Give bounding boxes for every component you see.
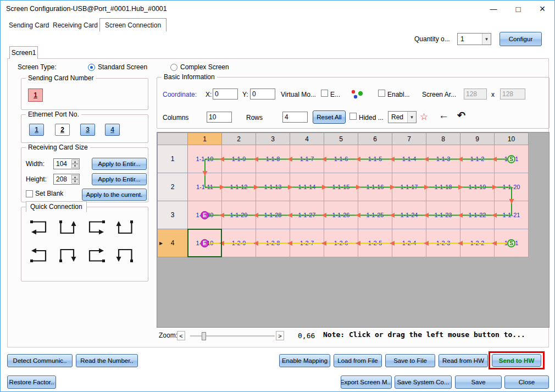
grid-cell[interactable]: 1-2-4	[392, 229, 426, 257]
chevron-down-icon[interactable]: ▾	[407, 112, 416, 123]
close-button[interactable]: Close	[504, 376, 549, 389]
grid-cell[interactable]: 1-1-14	[290, 173, 324, 201]
grid-cell[interactable]: 1-1-27	[290, 201, 324, 229]
column-header[interactable]: 2	[222, 133, 256, 145]
ethernet-port-1-button[interactable]: 1	[29, 124, 44, 136]
grid-cell[interactable]: 1-1-10	[188, 145, 222, 173]
quick-connection-tab[interactable]: Quick Connection	[26, 201, 87, 212]
restore-factory-button[interactable]: Restore Factor..	[7, 376, 56, 389]
column-header[interactable]: 1	[188, 133, 222, 145]
y-input[interactable]	[250, 89, 275, 100]
column-header[interactable]: 4	[290, 133, 324, 145]
tab-receiving-card[interactable]: Receiving Card	[48, 19, 103, 31]
quick-connection-pattern-3-icon[interactable]	[85, 218, 107, 236]
save-to-file-button[interactable]: Save to File	[385, 354, 435, 367]
export-screen-button[interactable]: Export Screen M...	[341, 376, 392, 389]
grid-cell[interactable]: 1-1-2	[460, 145, 495, 173]
grid-cell[interactable]: 1-1-21	[495, 201, 529, 229]
read-from-hw-button[interactable]: Read from HW	[439, 354, 488, 367]
column-header[interactable]: 7	[392, 133, 426, 145]
rows-input[interactable]	[282, 112, 308, 123]
minimize-button[interactable]: —	[481, 1, 506, 17]
grid-cell[interactable]: 1-1-16	[358, 173, 392, 201]
send-to-hw-button[interactable]: Send to HW	[492, 354, 541, 367]
favorite-star-icon[interactable]: ☆	[420, 111, 428, 123]
close-window-button[interactable]: ×	[530, 1, 554, 17]
grid-cell[interactable]: 1-1-19	[460, 173, 495, 201]
configure-button[interactable]: Configur	[500, 32, 542, 46]
row-header[interactable]: 2	[158, 173, 188, 201]
reset-all-button[interactable]: Reset All	[313, 111, 346, 124]
grid-cell[interactable]: 1-1-3	[426, 145, 460, 173]
spin-down-icon[interactable]: ▼	[71, 164, 79, 168]
quick-connection-pattern-4-icon[interactable]	[114, 218, 136, 236]
sending-card-1-button[interactable]: 1	[28, 89, 43, 102]
grid-cell[interactable]: 1-1-6	[324, 145, 358, 173]
grid-cell[interactable]: 1-1-15	[324, 173, 358, 201]
column-header[interactable]: 3	[256, 133, 290, 145]
quick-connection-pattern-5-icon[interactable]	[28, 247, 50, 264]
x-input[interactable]	[213, 89, 238, 100]
column-header[interactable]: 6	[358, 133, 392, 145]
ethernet-port-2-button[interactable]: 2	[55, 124, 70, 136]
column-header[interactable]: 5	[324, 133, 358, 145]
grid-cell[interactable]: 1-1-29	[222, 201, 256, 229]
grid-cell[interactable]: 1-1-11	[188, 173, 222, 201]
grid-cell[interactable]: 1-1-20	[495, 173, 529, 201]
width-stepper[interactable]: 104 ▲▼	[53, 158, 80, 169]
quick-connection-pattern-1-icon[interactable]	[28, 218, 50, 236]
title-bar[interactable]: Screen Configuration-USB@Port_#0001.Hub_…	[1, 1, 554, 17]
grid-cell[interactable]: 1-1-8	[256, 145, 290, 173]
tab-screen1[interactable]: Screen1	[9, 46, 38, 59]
row-header[interactable]: ▶4	[158, 229, 188, 257]
row-header[interactable]: 3	[158, 201, 188, 229]
grid-cell[interactable]: 1-1-22	[460, 201, 495, 229]
columns-input[interactable]	[207, 112, 232, 123]
zoom-slider-thumb[interactable]	[202, 332, 206, 340]
enable-mapping-button[interactable]: Enable Mapping	[279, 354, 330, 367]
zoom-out-button[interactable]: <	[177, 331, 185, 340]
spin-up-icon[interactable]: ▲	[71, 159, 79, 164]
apply-current-button[interactable]: Apply to the current.	[82, 189, 147, 201]
standard-screen-radio[interactable]	[88, 64, 95, 71]
column-header[interactable]: 10	[495, 133, 529, 145]
column-header[interactable]: 8	[426, 133, 460, 145]
grid-cell[interactable]: 1-1-17	[392, 173, 426, 201]
grid-cell[interactable]: 1-2-9	[222, 229, 256, 257]
grid-cell[interactable]: 1-1-13	[256, 173, 290, 201]
tab-screen-connection[interactable]: Screen Connection	[99, 18, 166, 31]
save-system-button[interactable]: Save System Co...	[395, 376, 452, 389]
grid-cell[interactable]: 1-1-4	[392, 145, 426, 173]
save-button[interactable]: Save	[455, 376, 502, 389]
spin-down-icon[interactable]: ▼	[71, 179, 79, 184]
back-arrow-icon[interactable]: ←	[439, 109, 449, 122]
quick-connection-pattern-2-icon[interactable]	[57, 218, 79, 236]
grid-cell[interactable]: 1-2-6	[324, 229, 358, 257]
apply-width-button[interactable]: Apply to Entir...	[92, 158, 147, 170]
grid-cell[interactable]: 1-1-12	[222, 173, 256, 201]
maximize-button[interactable]: □	[506, 1, 530, 17]
grid-cell[interactable]: 1-2-2	[460, 229, 495, 257]
grid-cell[interactable]: 1-1-24	[392, 201, 426, 229]
ethernet-port-3-button[interactable]: 3	[80, 124, 95, 136]
quantity-select[interactable]: 1 ▾	[457, 33, 491, 45]
chevron-down-icon[interactable]: ▾	[482, 34, 491, 45]
quick-connection-pattern-7-icon[interactable]	[85, 247, 107, 264]
ethernet-port-4-button[interactable]: 4	[105, 124, 120, 136]
height-stepper[interactable]: 208 ▲▼	[53, 174, 80, 185]
quick-connection-pattern-6-icon[interactable]	[57, 247, 79, 264]
row-header[interactable]: 1	[158, 145, 188, 173]
zoom-in-button[interactable]: >	[276, 331, 284, 340]
grid-cell[interactable]: 1-2-7	[290, 229, 324, 257]
column-header[interactable]: 9	[460, 133, 495, 145]
load-from-file-button[interactable]: Load from File	[334, 354, 382, 367]
tab-sending-card[interactable]: Sending Card	[4, 19, 54, 31]
grid-cell[interactable]: 1-1-26	[324, 201, 358, 229]
grid-cell[interactable]: 1-1-9	[222, 145, 256, 173]
grid-cell[interactable]: 1-1-28	[256, 201, 290, 229]
grid-cell[interactable]: 1-1-23	[426, 201, 460, 229]
connection-grid-area[interactable]: 1234567891011-1-101-1-91-1-81-1-71-1-61-…	[157, 132, 550, 328]
grid-cell[interactable]: 1-1-7	[290, 145, 324, 173]
grid-cell[interactable]: 1-2-5	[358, 229, 392, 257]
undo-icon[interactable]: ↶	[457, 109, 465, 122]
